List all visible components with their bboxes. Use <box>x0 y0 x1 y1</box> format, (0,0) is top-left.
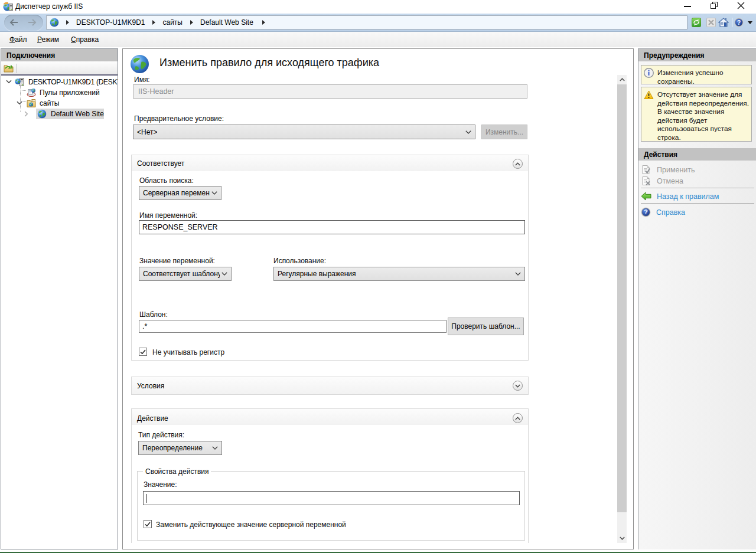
help-action[interactable]: ? Справка <box>641 207 685 217</box>
tree-item-default-web-site-label[interactable]: Default Web Site <box>51 110 104 118</box>
stop-button[interactable] <box>706 18 716 27</box>
text-caret <box>146 494 147 503</box>
checkmark-icon <box>140 349 146 355</box>
help-button[interactable]: ? <box>734 18 744 27</box>
title-bar: Диспетчер служб IIS <box>0 0 756 14</box>
scroll-up-button[interactable] <box>617 75 627 84</box>
info-icon <box>644 68 654 78</box>
back-button[interactable] <box>8 18 19 27</box>
precondition-select[interactable]: <Нет> <box>133 125 475 139</box>
tree-item-sites-label[interactable]: сайты <box>40 99 60 107</box>
help-action-label[interactable]: Справка <box>656 208 685 217</box>
sites-folder-icon <box>27 99 36 108</box>
variable-name-label: Имя переменной: <box>139 211 197 220</box>
address-toolbar: DESKTOP-U1MK9D1 сайты Default Web Site <box>0 14 756 32</box>
toolbar-separator <box>732 18 732 27</box>
iis-manager-window: Диспетчер служб IIS <box>0 0 756 553</box>
scope-label: Область поиска: <box>139 176 194 185</box>
help-dropdown-icon[interactable] <box>748 21 752 24</box>
chevron-down-circle-icon <box>515 384 520 388</box>
back-to-rules-label[interactable]: Назад к правилам <box>657 192 719 201</box>
alert-warning: Отсутствует значение для действия переоп… <box>641 87 752 142</box>
svg-text:?: ? <box>644 208 647 215</box>
chevron-down-icon[interactable] <box>17 101 22 105</box>
alert-info: Изменения успешно сохранены. <box>641 65 752 84</box>
home-button[interactable] <box>718 17 729 28</box>
breadcrumb-item-sites[interactable]: сайты <box>162 18 183 27</box>
menu-bar: Файл Режим Справка <box>0 32 756 47</box>
connect-server-icon[interactable] <box>4 63 14 73</box>
collapse-action-button[interactable] <box>513 413 523 423</box>
conditions-section: Условия <box>131 377 529 395</box>
chevron-down-icon <box>220 272 227 276</box>
precondition-label: Предварительное условие: <box>134 114 224 123</box>
checkmark-icon <box>145 522 151 527</box>
chevron-right-icon[interactable] <box>24 111 28 117</box>
expand-conditions-button[interactable] <box>513 381 523 391</box>
tree-item-sites[interactable]: сайты <box>1 98 118 109</box>
back-to-rules-action[interactable]: Назад к правилам <box>641 192 719 201</box>
tree-item-server[interactable]: DESKTOP-U1MK9D1 (DESKTOP-U1MK9D1\ <box>1 77 118 87</box>
connections-panel: Подключения <box>1 48 118 549</box>
breadcrumb-item-server[interactable]: DESKTOP-U1MK9D1 <box>76 18 145 27</box>
precondition-edit-button: Изменить... <box>481 125 527 139</box>
variable-value-select[interactable]: Соответствует шаблону <box>139 267 232 281</box>
action-section-title: Действие <box>137 414 168 423</box>
pattern-input[interactable]: .* <box>139 320 447 333</box>
maximize-button[interactable] <box>711 2 718 9</box>
collapse-match-button[interactable] <box>513 159 523 169</box>
alert-warning-text: Отсутствует значение для действия переоп… <box>657 90 749 142</box>
replace-value-checkbox[interactable] <box>144 520 152 528</box>
ignore-case-checkbox[interactable] <box>139 348 147 356</box>
app-icon <box>3 2 13 12</box>
close-button[interactable] <box>737 2 745 9</box>
using-select[interactable]: Регулярные выражения <box>273 267 525 281</box>
refresh-button[interactable] <box>692 18 701 27</box>
cancel-icon <box>641 176 651 186</box>
cancel-action: Отмена <box>641 176 683 186</box>
scroll-down-button[interactable] <box>617 534 627 543</box>
tree-item-app-pools-label[interactable]: Пулы приложений <box>40 89 100 97</box>
test-pattern-button[interactable]: Проверить шаблон... <box>448 318 524 335</box>
action-properties-title: Свойства действия <box>143 467 211 476</box>
scrollbar-thumb[interactable] <box>617 84 627 512</box>
page-globe-icon <box>130 54 149 74</box>
scope-select[interactable]: Серверная переменн <box>139 186 221 200</box>
menu-help[interactable]: Справка <box>71 35 99 44</box>
breadcrumb[interactable]: DESKTOP-U1MK9D1 сайты Default Web Site <box>46 15 687 30</box>
alerts-header: Предупреждения <box>638 49 756 61</box>
using-label: Использование: <box>273 257 326 265</box>
replace-value-label[interactable]: Заменить действующее значение серверной … <box>156 521 346 529</box>
apply-action-label: Применить <box>657 166 695 174</box>
vertical-scrollbar[interactable] <box>617 75 627 543</box>
actions-divider <box>641 203 754 204</box>
connections-toolbar <box>1 61 118 76</box>
breadcrumb-item-default-web-site[interactable]: Default Web Site <box>200 18 253 27</box>
breadcrumb-arrow-icon <box>152 20 155 25</box>
tree-item-server-label[interactable]: DESKTOP-U1MK9D1 (DESKTOP-U1MK9D1\ <box>28 78 118 86</box>
actions-divider <box>641 188 754 188</box>
chevron-down-icon[interactable] <box>6 80 12 84</box>
nav-pill <box>4 15 43 31</box>
action-type-select[interactable]: Переопределение <box>138 441 222 455</box>
menu-view[interactable]: Режим <box>37 35 59 44</box>
tree-item-default-web-site[interactable]: Default Web Site <box>1 109 118 119</box>
toolbar-divider <box>17 64 17 73</box>
value-input[interactable] <box>143 491 520 505</box>
match-section-title: Соответствует <box>137 159 184 168</box>
variable-name-input[interactable]: RESPONSE_SERVER <box>139 220 525 234</box>
application-pools-icon <box>27 88 36 97</box>
forward-button[interactable] <box>27 18 38 27</box>
apply-icon <box>641 165 651 175</box>
chevron-down-icon <box>464 130 471 134</box>
edit-rule-page: Изменить правило для исходящего трафика … <box>122 48 634 549</box>
menu-file[interactable]: Файл <box>9 35 27 44</box>
window-title: Диспетчер служб IIS <box>15 2 83 11</box>
minimize-button[interactable] <box>684 6 691 7</box>
apply-action: Применить <box>641 165 695 175</box>
ignore-case-label[interactable]: Не учитывать регистр <box>152 348 224 356</box>
action-properties-group: Свойства действия Значение: Заменить дей… <box>137 471 525 541</box>
tree-item-app-pools[interactable]: Пулы приложений <box>1 87 118 98</box>
chevron-down-icon <box>210 191 217 195</box>
chevron-down-icon <box>513 272 521 276</box>
